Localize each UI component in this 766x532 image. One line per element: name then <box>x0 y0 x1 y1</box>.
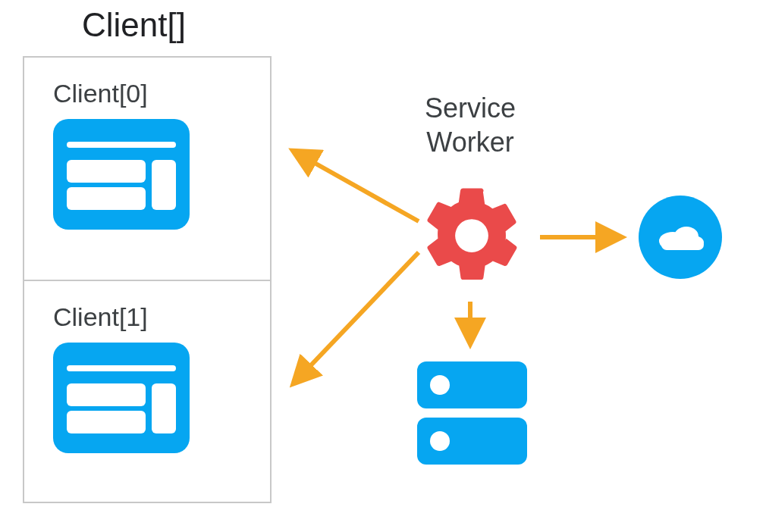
arrow-to-client-1 <box>294 252 419 383</box>
arrow-to-client-0 <box>294 152 419 221</box>
arrows-layer <box>0 0 766 532</box>
